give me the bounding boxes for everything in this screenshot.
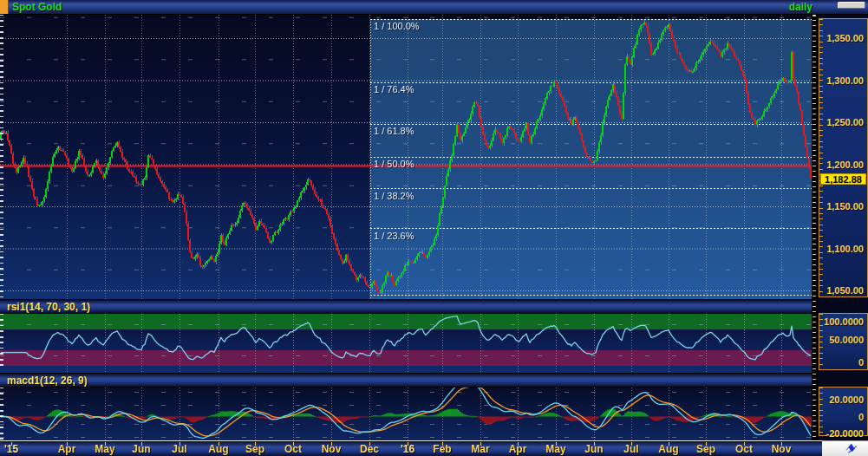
month-label: Jul bbox=[172, 443, 186, 455]
axis-column: 1,350.001,300.001,250.001,200.001,150.00… bbox=[819, 15, 868, 456]
price-tick-label: 1,300.00 bbox=[826, 75, 864, 87]
price-tick-label: 1,250.00 bbox=[826, 117, 864, 128]
fib-level-label: 1 / 38.2% bbox=[374, 192, 414, 201]
main-left-ticks bbox=[0, 15, 3, 299]
macd-chart-canvas[interactable] bbox=[0, 388, 812, 440]
fib-level-label: 1 / 50.0% bbox=[374, 160, 414, 169]
month-label: Jun bbox=[584, 443, 603, 455]
fib-level-label: 1 / 100.0% bbox=[374, 22, 420, 31]
month-label: Dec bbox=[360, 443, 379, 455]
month-label: Aug bbox=[208, 443, 228, 455]
instrument-title: Spot Gold bbox=[12, 1, 62, 13]
macd-panel-title: macd1(12, 26, 9) bbox=[7, 375, 88, 387]
price-tick-label: 1,150.00 bbox=[826, 201, 864, 212]
month-label: Aug bbox=[658, 443, 678, 455]
price-tick-label: 1,350.00 bbox=[826, 33, 864, 44]
rsi-chart-canvas[interactable] bbox=[0, 314, 812, 373]
month-label: Feb bbox=[433, 443, 451, 455]
rsi-axis[interactable]: 100.000050.00000 bbox=[819, 313, 868, 370]
macd-left-ticks bbox=[0, 388, 3, 440]
rsi-panel-title: rsi1(14, 70, 30, 1) bbox=[7, 301, 90, 313]
rsi-panel-header[interactable]: rsi1(14, 70, 30, 1) bbox=[0, 299, 819, 314]
title-accent-block bbox=[0, 0, 9, 14]
month-label: Oct bbox=[284, 443, 302, 455]
month-label: Jun bbox=[132, 443, 150, 455]
period-label: daily bbox=[789, 1, 813, 13]
macd-tick-label: 20.0000 bbox=[829, 394, 864, 406]
price-axis[interactable]: 1,350.001,300.001,250.001,200.001,150.00… bbox=[819, 18, 868, 297]
macd-axis[interactable]: 20.00000-20.0000 bbox=[819, 387, 868, 436]
macd-panel-header[interactable]: macd1(12, 26, 9) bbox=[0, 373, 819, 388]
rsi-tick-label: 100.0000 bbox=[824, 316, 864, 328]
main-chart-canvas[interactable] bbox=[0, 15, 812, 299]
price-tick-label: 1,100.00 bbox=[826, 244, 864, 255]
month-label: Apr bbox=[509, 443, 527, 455]
month-label: Mar bbox=[471, 443, 489, 455]
rsi-tick-label: 0 bbox=[858, 357, 864, 368]
title-bar[interactable]: Spot Gold daily bbox=[0, 0, 868, 15]
month-label: Jul bbox=[623, 443, 638, 455]
month-label: May bbox=[95, 443, 114, 455]
macd-tick-label: -20.0000 bbox=[826, 428, 864, 440]
fib-level-label: 1 / 61.8% bbox=[374, 127, 414, 136]
month-label: Nov bbox=[772, 443, 792, 455]
price-minor-tick-strip bbox=[812, 15, 819, 440]
fib-level-label: 1 / 23.6% bbox=[374, 231, 414, 241]
time-axis[interactable]: '15AprMayJunJulAugSepOctNovDec'16FebMarA… bbox=[0, 440, 822, 456]
month-label: May bbox=[545, 443, 565, 455]
price-tick-label: 1,200.00 bbox=[826, 160, 864, 171]
month-label: Sep bbox=[245, 443, 264, 455]
pin-button[interactable]: ⚑ bbox=[822, 440, 868, 456]
month-label: Apr bbox=[58, 443, 76, 455]
app-window: Spot Gold daily 1 / 100.0%1 / 76.4%1 / 6… bbox=[0, 0, 868, 456]
month-label: Nov bbox=[322, 443, 342, 455]
fib-level-label: 1 / 76.4% bbox=[374, 85, 414, 94]
price-tick-label: 1,050.00 bbox=[826, 285, 864, 296]
month-label: '16 bbox=[401, 443, 414, 455]
last-price-badge: 1,182.88 bbox=[820, 173, 866, 185]
rsi-tick-label: 50.0000 bbox=[829, 335, 864, 346]
pin-icon: ⚑ bbox=[843, 440, 859, 456]
window-control-button[interactable] bbox=[838, 2, 865, 9]
month-label: Oct bbox=[735, 443, 753, 455]
month-label: '15 bbox=[4, 443, 18, 455]
month-label: Sep bbox=[696, 443, 715, 455]
macd-tick-label: 0 bbox=[858, 412, 864, 423]
rsi-left-ticks bbox=[0, 314, 3, 369]
